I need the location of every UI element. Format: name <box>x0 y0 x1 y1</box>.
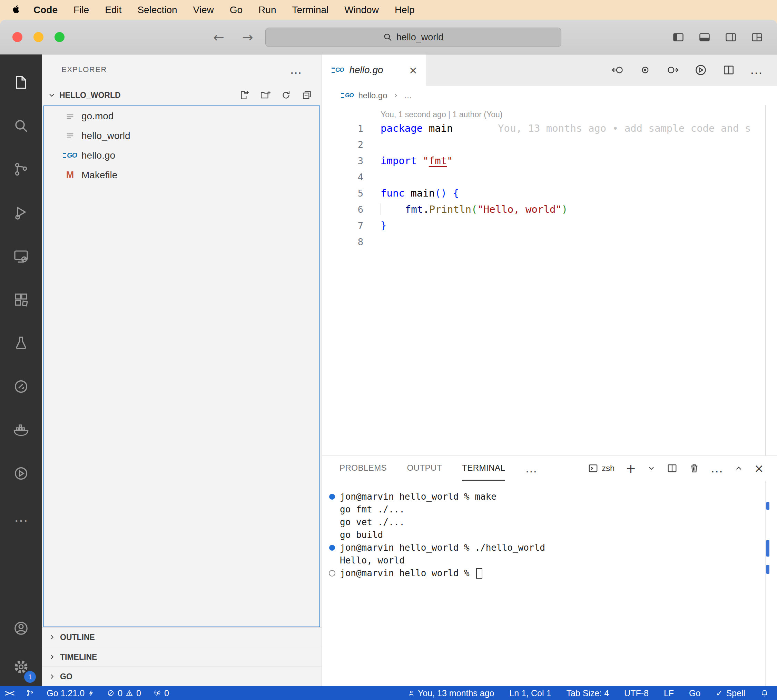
encoding-status[interactable]: UTF-8 <box>624 688 648 698</box>
panel-views-more-icon[interactable]: … <box>525 462 537 475</box>
breadcrumb[interactable]: GO hello.go … <box>322 85 777 105</box>
split-editor-icon[interactable] <box>722 64 735 76</box>
remote-explorer-icon[interactable] <box>0 235 42 278</box>
extensions-icon[interactable] <box>0 278 42 322</box>
panel-more-actions-icon[interactable]: … <box>711 465 723 472</box>
prev-change-icon[interactable] <box>612 64 624 76</box>
line-number: 1 <box>322 120 363 137</box>
codelens-annotation[interactable]: You, 1 second ago | 1 author (You) <box>381 105 777 120</box>
toggle-secondary-sidebar-icon[interactable] <box>725 31 737 43</box>
cursor-position-status[interactable]: Ln 1, Col 1 <box>509 688 551 698</box>
menu-help[interactable]: Help <box>387 5 423 15</box>
shell-selector[interactable]: zsh <box>588 463 615 473</box>
menu-run[interactable]: Run <box>251 5 284 15</box>
code-line[interactable]: 7} <box>322 218 777 234</box>
terminal-output: jon@marvin hello_world % makego fmt ./..… <box>322 490 777 580</box>
notifications-bell-icon[interactable] <box>760 689 769 697</box>
code-line[interactable]: 1package mainYou, 13 months ago • add sa… <box>322 120 777 137</box>
remote-indicator[interactable]: >< <box>5 688 13 698</box>
code-line[interactable]: 6 fmt.Println("Hello, world") <box>322 202 777 218</box>
new-file-icon[interactable] <box>239 90 250 100</box>
docker-icon[interactable] <box>0 408 42 452</box>
collapse-folders-icon[interactable] <box>302 90 312 100</box>
tab-label: hello.go <box>349 65 383 75</box>
maximize-panel-icon[interactable] <box>734 464 743 473</box>
breadcrumb-symbol[interactable]: … <box>404 91 412 100</box>
breadcrumb-file[interactable]: hello.go <box>358 91 387 100</box>
run-code-icon[interactable] <box>694 63 707 77</box>
zoom-window-button[interactable] <box>55 32 65 42</box>
menu-terminal[interactable]: Terminal <box>284 5 336 15</box>
go-version-status[interactable]: Go 1.21.0 <box>47 688 95 698</box>
blame-status[interactable]: You, 13 months ago <box>408 688 494 698</box>
language-mode-status[interactable]: Go <box>689 688 700 698</box>
ports-status[interactable]: 0 <box>154 688 169 698</box>
explorer-more-actions-icon[interactable]: … <box>290 63 302 77</box>
toggle-sidebar-icon[interactable] <box>672 31 685 43</box>
tab-problems[interactable]: PROBLEMS <box>339 456 387 481</box>
kill-terminal-icon[interactable] <box>688 463 700 474</box>
history-forward-button[interactable]: → <box>242 30 253 45</box>
close-panel-icon[interactable]: × <box>754 462 764 475</box>
minimize-window-button[interactable] <box>33 32 43 42</box>
explorer-icon[interactable] <box>0 61 42 104</box>
additional-views-icon[interactable]: … <box>0 495 42 538</box>
code-line[interactable]: 8 <box>322 234 777 250</box>
terminal-view[interactable]: jon@marvin hello_world % makego fmt ./..… <box>322 481 777 686</box>
menu-file[interactable]: File <box>65 5 97 15</box>
testing-icon[interactable] <box>0 322 42 365</box>
settings-gear-icon[interactable]: 1 <box>0 648 42 686</box>
customize-layout-icon[interactable] <box>751 31 763 43</box>
terminal-profile-dropdown-icon[interactable] <box>647 464 655 472</box>
tab-terminal[interactable]: TERMINAL <box>462 456 505 481</box>
code-line[interactable]: 3import "fmt" <box>322 153 777 169</box>
source-control-icon[interactable] <box>0 148 42 191</box>
timeline-section[interactable]: TIMELINE <box>42 647 322 667</box>
next-change-icon[interactable] <box>667 64 679 76</box>
branch-icon[interactable] <box>26 689 34 697</box>
code-line[interactable]: 2 <box>322 137 777 153</box>
code-line[interactable]: 5func main() { <box>322 185 777 202</box>
accounts-icon[interactable] <box>0 609 42 648</box>
folder-section-header[interactable]: HELLO_WORLD <box>42 85 322 105</box>
line-number: 4 <box>322 169 363 185</box>
menu-window[interactable]: Window <box>336 5 387 15</box>
file-item-hello-go[interactable]: GO hello.go <box>44 145 319 165</box>
history-back-button[interactable]: ← <box>213 30 224 45</box>
menu-go[interactable]: Go <box>222 5 251 15</box>
search-icon[interactable] <box>0 104 42 148</box>
code-line[interactable]: 4 <box>322 169 777 185</box>
menu-view[interactable]: View <box>185 5 222 15</box>
code-lens-tool-icon[interactable] <box>0 365 42 408</box>
file-item-go-mod[interactable]: go.mod <box>44 106 319 126</box>
tab-output[interactable]: OUTPUT <box>407 456 442 481</box>
file-item-makefile[interactable]: M Makefile <box>44 165 319 185</box>
new-folder-icon[interactable] <box>260 90 271 100</box>
apple-menu-icon[interactable] <box>8 5 25 15</box>
tab-hello-go[interactable]: GO hello.go × <box>322 55 426 85</box>
close-tab-icon[interactable]: × <box>409 64 418 76</box>
new-terminal-icon[interactable]: + <box>625 462 636 475</box>
outline-section[interactable]: OUTLINE <box>42 627 322 647</box>
eol-status[interactable]: LF <box>664 688 674 698</box>
play-circle-icon[interactable] <box>0 452 42 495</box>
command-center-search[interactable]: hello_world <box>265 28 561 47</box>
file-item-hello-world[interactable]: hello_world <box>44 126 319 145</box>
run-debug-icon[interactable] <box>0 191 42 235</box>
split-terminal-icon[interactable] <box>667 463 678 474</box>
editor-more-actions-icon[interactable]: … <box>750 67 762 73</box>
problems-status[interactable]: 0 0 <box>107 688 141 698</box>
spell-check-status[interactable]: ✓ Spell <box>715 688 745 698</box>
close-window-button[interactable] <box>12 32 22 42</box>
check-icon: ✓ <box>715 688 723 698</box>
panel-header: PROBLEMS OUTPUT TERMINAL … zsh + … <box>322 456 777 481</box>
current-change-icon[interactable] <box>639 64 652 76</box>
menu-edit[interactable]: Edit <box>97 5 129 15</box>
go-section[interactable]: GO <box>42 667 322 686</box>
code-editor[interactable]: You, 1 second ago | 1 author (You) 1pack… <box>322 105 777 455</box>
tab-size-status[interactable]: Tab Size: 4 <box>566 688 609 698</box>
menu-code[interactable]: Code <box>25 5 65 15</box>
toggle-panel-icon[interactable] <box>698 31 711 43</box>
menu-selection[interactable]: Selection <box>129 5 185 15</box>
refresh-icon[interactable] <box>281 90 291 100</box>
